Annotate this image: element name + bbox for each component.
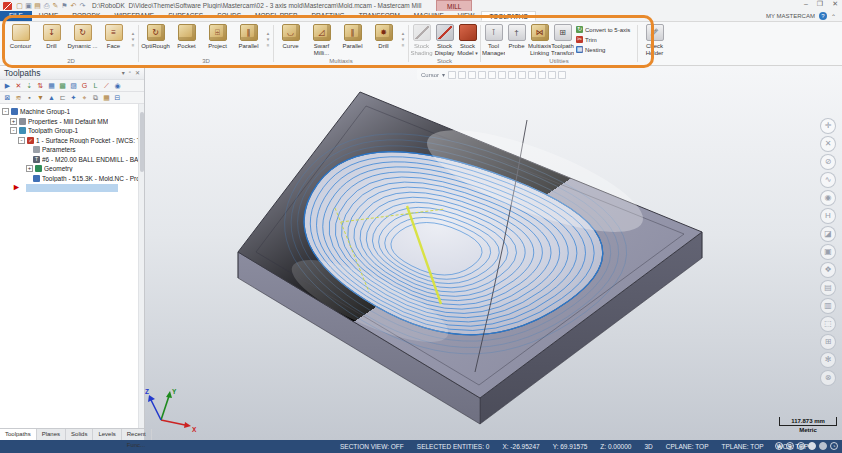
copy-icon[interactable]: ⧉ [90,93,101,102]
drill-2d-button[interactable]: ↧ Drill [36,22,67,57]
insert-arrow-marker-icon[interactable]: ► [12,182,21,192]
cursor-dropdown-label[interactable]: Cursor [421,72,439,78]
overlay-tool-icon[interactable] [458,71,466,79]
gallery-scroll-2d[interactable]: ▲▼≡ [129,22,137,57]
gview-saved-icon[interactable] [819,442,827,450]
overlay-tool-icon[interactable] [498,71,506,79]
manager-tab-solids[interactable]: Solids [66,429,93,440]
convert-to-5axis-button[interactable]: ↻ Convert to 5-axis [576,26,634,33]
toolpath-transform-button[interactable]: ⊞ Toolpath Transform [551,22,574,57]
drill-multiaxis-button[interactable]: ✸ Drill [368,22,399,57]
status-selected-entities[interactable]: SELECTED ENTITIES: 0 [417,443,490,450]
tree-item-operation-1[interactable]: - ✓ 1 - Surface Rough Pocket - [WCS: Top… [0,136,144,146]
check-holder-button[interactable]: 🖉 Check Holder [639,22,670,57]
my-mastercam-link[interactable]: MY MASTERCAM [766,13,815,19]
tab-file[interactable]: FILE [0,11,32,21]
operations-toolbar-row1[interactable]: ▶✕⇣⇅▦▩▨GL⟋◉ [0,80,144,92]
chevron-down-icon[interactable]: ▾ [442,71,445,78]
restore-button[interactable]: ❐ [817,0,823,8]
gview-right-icon[interactable]: ⊕ [797,442,805,450]
viewport-quick-toolbar[interactable]: ✛✕⊘∿◉H◪▣❖▤▥⬚⊞✻⊗ [820,118,836,386]
panel-close-icon[interactable]: ✕ [135,69,140,76]
overlay-tool-icon[interactable] [508,71,516,79]
parallel-multiaxis-button[interactable]: ∥ Parallel [337,22,368,57]
new-file-icon[interactable]: ▢ [15,2,24,10]
stock-shading-button[interactable]: Stock Shading [410,22,433,57]
gnomon-icon[interactable]: ✻ [820,352,836,368]
pocket-3d-button[interactable]: Pocket [171,22,202,57]
highfeed-icon[interactable]: L [90,81,101,90]
graphics-viewport[interactable]: Y X Z Cursor ▾ ✛✕⊘∿◉H◪▣❖▤▥⬚⊞✻⊗ 117.873 m… [145,66,842,440]
tab-transform[interactable]: TRANSFORM [352,11,407,21]
overlay-tool-icon[interactable] [518,71,526,79]
operations-toolbar-row2[interactable]: ⊠≋▪▼▲⊏✦⌖⧉▦⊟ [0,92,144,104]
tree-item-tool[interactable]: T #6 - M20.00 BALL ENDMILL - BALL-NOS [0,155,144,165]
disable-icon[interactable]: ⊗ [820,370,836,386]
redo-icon[interactable]: ↷ [78,2,87,10]
lock-icon[interactable]: ⊠ [2,93,13,102]
face-button[interactable]: ≡ Face [98,22,129,57]
project-button[interactable]: ⌹ Project [202,22,233,57]
help-icon[interactable]: ◉ [112,81,123,90]
flag-icon[interactable]: ⚑ [60,2,69,10]
stock-model-button[interactable]: Stock Model ▾ [456,22,479,57]
regenerate-all-icon[interactable]: ⇅ [35,81,46,90]
tool-manager-button[interactable]: ⊺ Tool Manager [482,22,505,57]
tree-item-toolpath-file[interactable]: Toolpath - 515.3K - Mold.NC - Program [0,174,144,184]
tab-wireframe[interactable]: WIREFRAME [107,11,161,21]
insert-arrow-icon[interactable]: ✦ [68,93,79,102]
overlay-tool-icon[interactable] [478,71,486,79]
overlay-tool-icon[interactable] [488,71,496,79]
tree-item-geometry[interactable]: + Geometry [0,164,144,174]
tree-item-parameters[interactable]: Parameters [0,145,144,155]
status-view-icons[interactable]: ⊕⊕⊕◔ [775,442,838,450]
gallery-scroll-3d[interactable]: ▲▼≡ [264,22,272,57]
optirough-button[interactable]: ↻ OptiRough [140,22,171,57]
select-all-operations-icon[interactable]: ▶ [2,81,13,90]
verify-icon[interactable]: ▩ [57,81,68,90]
overlay-tool-icon[interactable] [468,71,476,79]
overlay-tool-icon[interactable] [448,71,456,79]
move-down-icon[interactable]: ▼ [35,93,46,102]
dynamic-mill-button[interactable]: ↻ Dynamic ... [67,22,98,57]
tab-solids[interactable]: SOLIDS [210,11,248,21]
status-cplane[interactable]: CPLANE: TOP [666,443,709,450]
collapse-ribbon-icon[interactable]: ⌃ [831,13,836,20]
manager-tab-planes[interactable]: Planes [37,429,66,440]
status-coord-y[interactable]: Y: 69.91575 [553,443,588,450]
grid-icon[interactable]: ⊞ [820,334,836,350]
collapse-box-icon[interactable]: - [18,137,25,144]
options-icon[interactable]: ▦ [101,93,112,102]
status-tplane[interactable]: TPLANE: TOP [722,443,764,450]
swarf-milling-button[interactable]: ◿ Swarf Milli... [306,22,337,57]
tab-model-prep[interactable]: MODEL PREP [248,11,304,21]
panel-menu-icon[interactable]: ▾ [122,69,125,76]
panel-pin-icon[interactable]: ▫ [129,69,131,76]
backplot-icon[interactable]: ▦ [46,81,57,90]
regenerate-dirty-icon[interactable]: ⇣ [24,81,35,90]
gview-top-icon[interactable]: ⊕ [775,442,783,450]
move-insert-icon[interactable]: ⊏ [57,93,68,102]
dynamic-rotation-icon[interactable]: ∿ [820,172,836,188]
context-tab-mill[interactable]: MILL [436,0,472,11]
translucency-icon[interactable]: ▤ [820,280,836,296]
status-mode-3d[interactable]: 3D [644,443,652,450]
tab-view[interactable]: VIEW [451,11,482,21]
viewport-overlay-toolbar[interactable]: Cursor ▾ [417,69,570,80]
curve-button[interactable]: ◡ Curve [275,22,306,57]
multiaxis-linking-button[interactable]: ⋈ Multiaxis Linking [528,22,551,57]
move-up-icon[interactable]: ▲ [46,93,57,102]
overlay-icons[interactable] [448,71,566,79]
zoom-window-icon[interactable]: ✕ [820,136,836,152]
close-button[interactable]: ✕ [832,0,838,8]
manager-tab-levels[interactable]: Levels [93,429,121,440]
status-section-view[interactable]: SECTION VIEW: OFF [340,443,404,450]
edit-icon[interactable]: ✎ [51,2,60,10]
isometric-view-icon[interactable]: H [820,208,836,224]
quick-access-toolbar[interactable]: ▢▣▤⎙✎⚑↶↷ [15,2,87,10]
overlay-tool-icon[interactable] [558,71,566,79]
save-icon[interactable]: ▣ [24,2,33,10]
print-icon[interactable]: ⎙ [42,2,51,10]
toggle-display-icon[interactable]: ≋ [13,93,24,102]
probe-button[interactable]: † Probe [505,22,528,57]
